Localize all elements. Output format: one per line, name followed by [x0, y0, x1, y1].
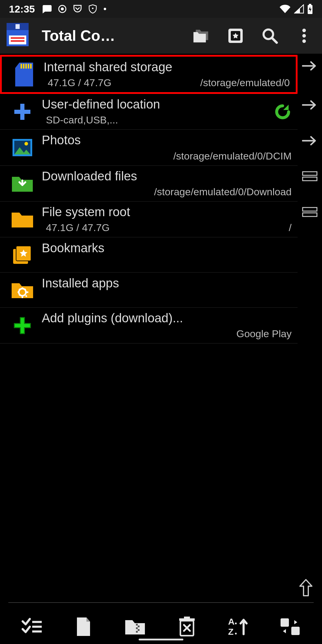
app-title: Total Co… — [42, 27, 125, 44]
list-item-photos[interactable]: Photos /storage/emulated/0/DCIM — [0, 130, 298, 165]
list-item-title: User-defined location — [42, 97, 271, 111]
list-item-installed-apps[interactable]: Installed apps — [0, 273, 298, 308]
svg-rect-8 — [16, 24, 20, 29]
svg-point-18 — [302, 39, 306, 43]
svg-rect-27 — [303, 172, 317, 175]
list-item-subtitle — [42, 186, 46, 198]
list-item-source: Google Play — [236, 328, 295, 340]
svg-text:Z: Z — [228, 627, 233, 637]
sd-card-icon — [8, 62, 41, 87]
list-item-subtitle — [42, 150, 46, 162]
overflow-menu-button[interactable] — [295, 27, 313, 45]
list-item-add-plugins[interactable]: Add plugins (download)... Google Play — [0, 308, 298, 343]
svg-rect-39 — [136, 627, 138, 629]
search-button[interactable] — [261, 27, 279, 45]
apps-folder-icon — [6, 280, 39, 299]
list-item-subtitle — [42, 258, 46, 268]
list-item-path — [292, 258, 295, 268]
record-icon — [58, 5, 66, 13]
svg-rect-43 — [179, 618, 195, 621]
list-item-subtitle — [42, 293, 46, 304]
svg-rect-50 — [291, 627, 300, 635]
list-item-subtitle: SD-card,USB,... — [42, 114, 118, 126]
svg-rect-23 — [30, 64, 32, 69]
svg-point-48 — [235, 633, 237, 634]
svg-rect-20 — [23, 64, 24, 69]
svg-point-16 — [302, 29, 306, 32]
bookmarks-button[interactable] — [227, 27, 244, 45]
svg-rect-10 — [11, 37, 24, 39]
bottom-toolbar: A Z — [0, 612, 322, 642]
cell-signal-icon — [294, 4, 304, 14]
scroll-up-button[interactable] — [298, 578, 314, 597]
select-button[interactable] — [18, 613, 45, 640]
refresh-button[interactable] — [271, 103, 295, 121]
status-time: 12:35 — [9, 3, 35, 15]
dot-icon — [103, 7, 106, 10]
svg-line-15 — [272, 38, 277, 43]
svg-point-2 — [92, 8, 93, 9]
nav-handle[interactable] — [139, 639, 183, 640]
bookmark-stack-icon — [6, 244, 39, 266]
svg-point-26 — [24, 142, 28, 145]
svg-rect-49 — [281, 618, 289, 627]
svg-rect-29 — [303, 208, 317, 211]
status-bar: 12:35 — [0, 0, 322, 18]
side-spacer — [298, 308, 322, 343]
svg-rect-41 — [136, 631, 138, 633]
list-item-title: Add plugins (download)... — [42, 311, 295, 325]
list-item-path: /storage/emulated/0/DCIM — [173, 150, 295, 162]
svg-point-47 — [235, 623, 237, 624]
list-item-path: /storage/emulated/0/Download — [154, 186, 295, 198]
delete-button[interactable] — [174, 613, 200, 640]
list-item-internal-storage[interactable]: Internal shared storage 47.1G / 47.7G /s… — [0, 55, 298, 94]
svg-rect-11 — [11, 40, 24, 42]
shield-icon — [89, 4, 97, 14]
svg-rect-21 — [25, 64, 27, 69]
list-item-title: Downloaded files — [42, 169, 295, 183]
list-item-title: Installed apps — [42, 276, 295, 290]
app-bar: Total Co… — [0, 18, 322, 54]
new-file-button[interactable] — [70, 613, 97, 640]
download-folder-icon — [6, 174, 39, 193]
open-panel-button[interactable] — [298, 94, 322, 130]
plus-icon — [6, 101, 39, 122]
svg-rect-40 — [138, 629, 140, 631]
app-logo-icon — [6, 22, 33, 49]
list-item-user-defined[interactable]: User-defined location SD-card,USB,... — [0, 94, 298, 130]
list-item-size: 47.1G / 47.7G — [42, 222, 110, 233]
list-item-path — [292, 293, 295, 304]
side-spacer — [298, 273, 322, 308]
divider — [8, 602, 314, 603]
panel-split-button[interactable] — [298, 202, 322, 237]
list-item-bookmarks[interactable]: Bookmarks — [0, 237, 298, 273]
side-spacer — [298, 237, 322, 273]
folders-button[interactable] — [192, 27, 210, 45]
svg-point-3 — [104, 8, 106, 10]
list-item-title: Bookmarks — [42, 241, 295, 255]
list-item-path: /storage/emulated/0 — [200, 77, 293, 89]
svg-point-17 — [302, 34, 306, 38]
svg-rect-22 — [28, 64, 29, 69]
list-item-title: Internal shared storage — [44, 60, 293, 74]
svg-rect-44 — [184, 617, 190, 618]
open-panel-button[interactable] — [298, 55, 322, 94]
list-item-subtitle — [42, 328, 46, 340]
list-item-path — [268, 114, 271, 126]
svg-rect-37 — [136, 624, 138, 626]
open-panel-button[interactable] — [298, 130, 322, 165]
list-item-path: / — [289, 222, 295, 233]
panel-split-button[interactable] — [298, 166, 322, 202]
svg-rect-38 — [138, 626, 140, 627]
swap-panels-button[interactable] — [277, 613, 304, 640]
list-item-size: 47.1G / 47.7G — [44, 77, 112, 89]
list-item-downloads[interactable]: Downloaded files /storage/emulated/0/Dow… — [0, 166, 298, 202]
list-item-root[interactable]: File system root 47.1G / 47.7G / — [0, 202, 298, 237]
add-plugin-icon — [6, 316, 39, 335]
battery-charging-icon — [307, 4, 313, 14]
pocket-icon — [73, 4, 82, 13]
chat-icon — [41, 4, 52, 13]
archive-button[interactable] — [122, 613, 148, 640]
sort-button[interactable]: A Z — [225, 613, 252, 640]
list-item-title: Photos — [42, 133, 295, 147]
